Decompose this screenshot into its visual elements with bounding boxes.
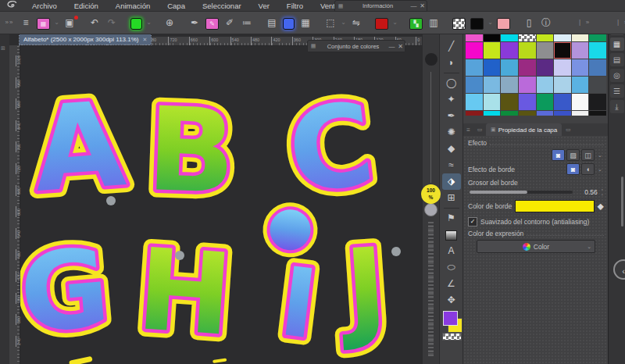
- menu-animación[interactable]: Animación: [107, 2, 159, 10]
- color-swatch[interactable]: [572, 42, 589, 59]
- color-swatch[interactable]: [554, 94, 571, 110]
- transparent-color-icon[interactable]: [452, 18, 466, 30]
- select-area-chevron-icon[interactable]: ⌄: [340, 15, 347, 30]
- screen-color-icon[interactable]: [283, 18, 295, 30]
- antialias-checkbox[interactable]: ✓: [468, 217, 477, 227]
- color-swatch[interactable]: [572, 94, 589, 110]
- color-swatch[interactable]: [572, 111, 589, 116]
- brush-color-icon[interactable]: ✎: [205, 18, 219, 30]
- zoom-tool-icon[interactable]: ⊕: [162, 15, 177, 30]
- border-color-swatch[interactable]: [515, 200, 594, 212]
- color-swatch[interactable]: [589, 59, 606, 76]
- lasso-tool[interactable]: ◯: [442, 75, 461, 91]
- workspace-icon[interactable]: ▦: [37, 18, 50, 30]
- color-swatch[interactable]: [501, 42, 518, 59]
- color-swatch[interactable]: [484, 111, 501, 116]
- color-swatch[interactable]: [501, 111, 518, 116]
- color-swatch[interactable]: [466, 42, 483, 59]
- stepper-icons[interactable]: ⌃ ⌄: [601, 189, 604, 195]
- balloon-tool[interactable]: ⬭: [442, 259, 461, 276]
- color-swatch[interactable]: [589, 94, 606, 110]
- figure-tool[interactable]: ◗: [442, 55, 461, 71]
- close-icon[interactable]: ✕: [418, 2, 427, 9]
- menu-capa[interactable]: Capa: [159, 2, 194, 10]
- collapse-panel-button[interactable]: ‹: [613, 259, 625, 280]
- workspace-chevron-icon[interactable]: ⌄: [53, 15, 60, 30]
- information-icon[interactable]: ⓘ: [538, 15, 554, 30]
- info-window-titlebar[interactable]: ▦ Información — ✕: [334, 0, 427, 12]
- color-swatch[interactable]: [572, 59, 589, 76]
- border-width-value[interactable]: 0.56: [584, 188, 598, 196]
- active-layer-color-icon[interactable]: [130, 18, 142, 30]
- panel-timeline-icon[interactable]: ▦: [610, 37, 624, 51]
- watercolor-edge-type-icon[interactable]: ◖: [581, 163, 595, 175]
- menu-filtro[interactable]: Filtro: [278, 2, 312, 10]
- slider-chain-track[interactable]: [428, 220, 434, 356]
- companion-mode-icon[interactable]: ▯: [521, 15, 537, 30]
- frame-tool[interactable]: ⊞: [442, 190, 461, 206]
- pen-tool[interactable]: ╱: [442, 38, 461, 55]
- foreground-color-swatch[interactable]: [443, 311, 458, 326]
- color-swatch[interactable]: [466, 111, 483, 116]
- menu-archivo[interactable]: Archivo: [23, 2, 66, 10]
- sub-color-icon[interactable]: [497, 18, 510, 30]
- toolbar-overflow-icon[interactable]: »»: [2, 15, 16, 30]
- scroll-knob[interactable]: [425, 53, 438, 66]
- color-swatch[interactable]: [589, 42, 606, 59]
- auto-select-tool[interactable]: ✦: [442, 91, 461, 108]
- eyedropper-tool[interactable]: ✒: [442, 108, 461, 124]
- flip-view-icon[interactable]: ⇋: [348, 15, 364, 30]
- select-area-icon[interactable]: ⬚: [323, 15, 338, 30]
- minimize-icon[interactable]: —: [409, 2, 418, 9]
- color-swatch[interactable]: [466, 94, 483, 110]
- color-swatch[interactable]: [484, 42, 501, 59]
- minimize-icon[interactable]: —: [388, 43, 396, 50]
- panel-material-icon[interactable]: ⤓: [610, 100, 624, 113]
- polyline-tool[interactable]: ⚑: [442, 210, 461, 227]
- border-outline-type-icon[interactable]: ◙: [566, 163, 580, 175]
- close-icon[interactable]: ✕: [143, 37, 148, 43]
- color-swatch[interactable]: [554, 42, 571, 59]
- color-swatch[interactable]: [484, 94, 501, 110]
- main-menu-icon[interactable]: ≡: [18, 15, 34, 30]
- menu-ver[interactable]: Ver: [250, 2, 278, 10]
- collapsed-section-1-icon[interactable]: ❘ »: [577, 15, 591, 30]
- selection-color-chevron-icon[interactable]: ⌄: [391, 15, 398, 30]
- color-swatch[interactable]: [537, 42, 554, 59]
- material-pattern-icon[interactable]: ▚: [409, 18, 423, 30]
- panel-list-icon[interactable]: ☰: [610, 84, 624, 98]
- app-logo-icon[interactable]: [0, 1, 23, 11]
- hand-tool[interactable]: ✥: [442, 292, 461, 309]
- color-swatch[interactable]: [519, 42, 536, 59]
- selection-launcher-color-icon[interactable]: [375, 18, 388, 30]
- hidden-tab-icon[interactable]: ▭: [473, 127, 486, 133]
- blend-tool[interactable]: ≈: [442, 157, 461, 173]
- tab-propiedad-de-la-capa[interactable]: ▣ Propiedad de la capa: [486, 123, 562, 136]
- scrollbar[interactable]: [621, 177, 623, 227]
- undo-icon[interactable]: ↶: [87, 15, 102, 30]
- airbrush-tool[interactable]: ✺: [442, 124, 461, 141]
- hidden-tab-icon[interactable]: ▭: [562, 127, 574, 133]
- menu-edición[interactable]: Edición: [66, 2, 107, 10]
- color-swatch[interactable]: [554, 77, 571, 93]
- eyedropper-icon[interactable]: ✒: [187, 15, 202, 30]
- color-swatch[interactable]: [554, 111, 571, 116]
- color-swatch[interactable]: [537, 77, 554, 93]
- color-swatch[interactable]: [519, 94, 536, 110]
- color-swatch[interactable]: [484, 77, 501, 93]
- color-swatch[interactable]: [519, 77, 536, 93]
- color-swatch[interactable]: [501, 77, 518, 93]
- effect-options-chevron-icon[interactable]: ⌄: [596, 149, 604, 161]
- color-swatch[interactable]: [554, 59, 571, 76]
- color-swatch[interactable]: [484, 59, 501, 76]
- panel-layers-icon[interactable]: ▤: [610, 53, 624, 66]
- layer-stack-icon[interactable]: ▤: [264, 15, 280, 30]
- color-swatch[interactable]: [466, 59, 483, 76]
- fill-tool[interactable]: ⬗: [442, 173, 461, 190]
- pixel-grid-icon[interactable]: ▦: [298, 15, 313, 30]
- eraser-tool[interactable]: ◆: [442, 141, 461, 157]
- color-swatch[interactable]: [519, 59, 536, 76]
- panel-layer-search-icon[interactable]: ◎: [610, 69, 624, 82]
- border-effect-toggle-icon[interactable]: ◙: [552, 149, 565, 161]
- color-swatch[interactable]: [572, 77, 589, 93]
